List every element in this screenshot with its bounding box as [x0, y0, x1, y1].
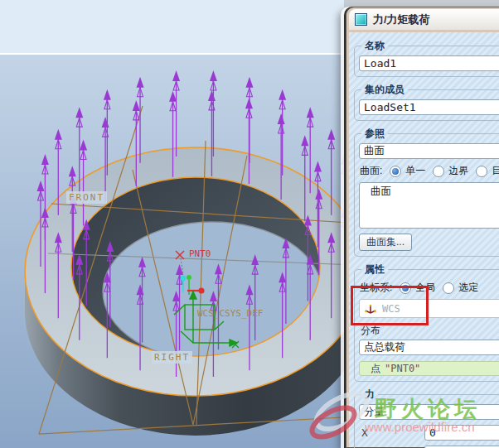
csys-radios: 坐标系: 全局 选定 [360, 281, 499, 295]
csys-label-text: 坐标系: [360, 281, 392, 295]
radio-single[interactable] [390, 166, 401, 177]
point-name: "PNT0" [385, 363, 420, 374]
member-of-set-group: 集的成员 LoadSet1 [354, 83, 499, 121]
point-reference-field[interactable]: 点 "PNT0" [359, 361, 499, 376]
references-group: 参照 曲面 曲面: 单一 边界 目的 曲面 曲面集... [354, 127, 499, 257]
radio-single-label: 单一 [405, 164, 425, 178]
point-prefix: 点 [371, 362, 380, 376]
force-x-row: X 0 [359, 425, 499, 441]
name-group-label: 名称 [361, 39, 388, 53]
force-x-input[interactable]: 0 [424, 425, 499, 441]
wcs-field[interactable]: WCS [359, 299, 499, 318]
radio-intent-label: 目的 [492, 164, 499, 178]
dialog-icon [355, 13, 367, 26]
surface-sets-button[interactable]: 曲面集... [359, 234, 412, 251]
distribution-dropdown[interactable]: 点总载荷 [359, 340, 499, 355]
radio-selected-label: 选定 [458, 281, 478, 295]
dialog-title: 力/力矩载荷 [373, 12, 430, 27]
app-window: FRONT RIGHT PNT0 WCS_CSYS_DEF 力/力矩载荷 名称 … [0, 0, 499, 448]
dialog-titlebar[interactable]: 力/力矩载荷 [349, 9, 499, 30]
properties-group: 属性 坐标系: 全局 选定 WCS 分布 点总载荷 [354, 263, 499, 382]
dialog-body: 名称 Load1 集的成员 LoadSet1 参照 曲面 曲面: 单一 边界 目… [349, 32, 499, 447]
radio-intent[interactable] [476, 166, 487, 177]
props-group-label: 属性 [361, 263, 388, 277]
radio-boundary[interactable] [433, 166, 444, 177]
datum-tag-front[interactable]: FRONT [66, 191, 107, 204]
csys-icon [364, 302, 377, 316]
distribution-label: 分布 [361, 324, 499, 338]
radio-selected[interactable] [443, 282, 454, 294]
set-group-label: 集的成员 [361, 83, 408, 97]
force-moment-load-dialog: 力/力矩载荷 名称 Load1 集的成员 LoadSet1 参照 曲面 曲面: … [346, 7, 499, 448]
x-axis-label: X [359, 426, 424, 439]
radio-global-label: 全局 [415, 281, 435, 295]
reference-listbox[interactable]: 曲面 [359, 182, 499, 229]
csys-label[interactable]: WCS_CSYS_DEF [197, 308, 263, 319]
force-group-label: 力 [361, 388, 378, 402]
wcs-value: WCS [382, 303, 400, 315]
reference-type-dropdown[interactable]: 曲面 [359, 143, 499, 159]
surface-label: 曲面: [360, 164, 382, 178]
load-name-input[interactable]: Load1 [359, 55, 499, 71]
surface-mode-radios: 曲面: 单一 边界 目的 [360, 164, 499, 178]
reference-list-item[interactable]: 曲面 [371, 185, 499, 199]
pnt0-label[interactable]: PNT0 [189, 248, 211, 259]
name-group: 名称 Load1 [354, 39, 499, 77]
load-set-input[interactable]: LoadSet1 [359, 99, 499, 115]
datum-tag-right[interactable]: RIGHT [152, 351, 192, 364]
force-mode-dropdown[interactable]: 分量 [359, 404, 499, 420]
radio-boundary-label: 边界 [448, 164, 468, 178]
ref-group-label: 参照 [361, 127, 388, 141]
radio-global[interactable] [400, 282, 411, 294]
force-group: 力 分量 X 0 Y 0 Z 100 N [354, 388, 499, 448]
